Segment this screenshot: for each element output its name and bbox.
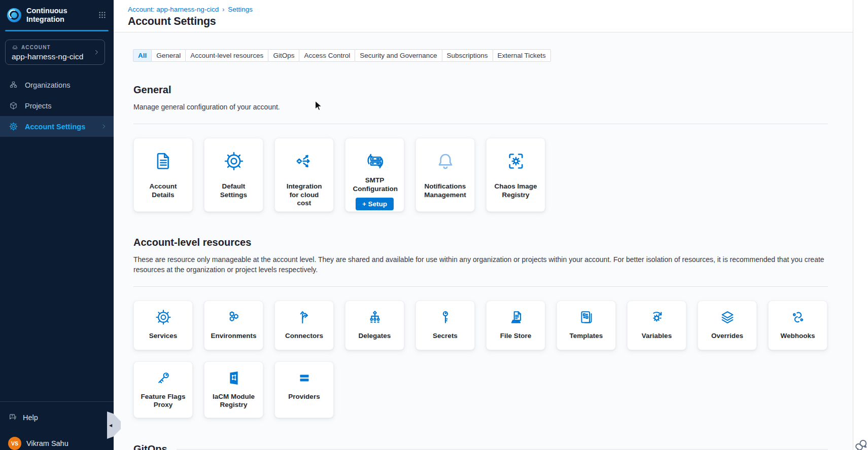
webhooks-icon bbox=[789, 309, 807, 326]
section-divider bbox=[133, 124, 828, 124]
card-providers[interactable]: Providers bbox=[274, 361, 334, 418]
card-delegates[interactable]: Delegates bbox=[345, 301, 404, 350]
module-accent-underline bbox=[5, 30, 109, 31]
section-divider bbox=[133, 286, 828, 287]
card-chaos-image-registry[interactable]: Chaos Image Registry bbox=[486, 138, 545, 212]
card-templates[interactable]: Templates bbox=[557, 301, 616, 350]
breadcrumb-link-account-app-harness-ng-cicd[interactable]: Account: app-harness-ng-cicd bbox=[128, 6, 219, 13]
card-smtp-configuration[interactable]: SMTP Configuration+ Setup bbox=[345, 138, 404, 212]
tabs-bar: AllGeneralAccount-level resourcesGitOpsA… bbox=[133, 49, 828, 62]
account-selector[interactable]: ACCOUNT app-harness-ng-cicd bbox=[5, 40, 105, 65]
chevron-right-icon bbox=[93, 49, 100, 56]
card-label: File Store bbox=[500, 332, 532, 341]
card-connectors[interactable]: Connectors bbox=[274, 301, 334, 350]
card-iacm-module-registry[interactable]: IaCM Module Registry bbox=[204, 361, 263, 418]
gitops-section: GitOps bbox=[133, 443, 828, 450]
help-button[interactable]: ? Help bbox=[8, 413, 38, 422]
card-account-details[interactable]: Account Details bbox=[133, 138, 193, 212]
card-label: IaCM Module Registry bbox=[211, 393, 257, 409]
right-panel-strip bbox=[853, 0, 868, 450]
card-label: Default Settings bbox=[212, 182, 256, 199]
settings-content: AllGeneralAccount-level resourcesGitOpsA… bbox=[114, 32, 853, 450]
sidebar-item-organizations[interactable]: Organizations bbox=[0, 74, 114, 95]
harness-logo-icon bbox=[7, 8, 21, 22]
page-header: Account: app-harness-ng-cicd›Settings Ac… bbox=[114, 0, 853, 32]
tab-security-and-governance[interactable]: Security and Governance bbox=[355, 49, 442, 62]
tab-account-level-resources[interactable]: Account-level resources bbox=[185, 49, 268, 62]
tab-gitops[interactable]: GitOps bbox=[268, 49, 299, 62]
sidebar-nav: OrganizationsProjectsAccount Settings bbox=[0, 74, 114, 137]
sidebar-item-projects[interactable]: Projects bbox=[0, 95, 114, 116]
card-default-settings[interactable]: Default Settings bbox=[204, 138, 263, 212]
card-webhooks[interactable]: Webhooks bbox=[768, 301, 827, 350]
card-label: Webhooks bbox=[780, 332, 815, 341]
card-feature-flags-proxy[interactable]: Feature Flags Proxy bbox=[133, 361, 193, 418]
gitops-divider bbox=[177, 449, 828, 449]
breadcrumb-separator-icon: › bbox=[222, 6, 224, 13]
tab-all[interactable]: All bbox=[133, 49, 152, 62]
help-chat-icon: ? bbox=[8, 413, 18, 422]
file-store-icon bbox=[507, 309, 525, 326]
sidebar-item-account-settings[interactable]: Account Settings bbox=[0, 116, 114, 137]
sidebar-item-label: Projects bbox=[25, 102, 51, 110]
module-registry-icon bbox=[225, 369, 242, 387]
card-label: Feature Flags Proxy bbox=[140, 393, 187, 409]
chat-bubbles-icon[interactable] bbox=[854, 437, 868, 450]
card-variables[interactable]: Variables bbox=[627, 301, 686, 350]
providers-icon bbox=[296, 369, 313, 387]
sidebar-header: Continuous Integration bbox=[0, 0, 114, 30]
sidebar-item-label: Organizations bbox=[25, 81, 70, 89]
card-label: Chaos Image Registry bbox=[494, 182, 538, 199]
user-name: Vikram Sahu bbox=[26, 439, 68, 447]
gear-icon bbox=[9, 122, 18, 131]
layers-icon bbox=[719, 309, 736, 326]
sidebar-item-label: Account Settings bbox=[25, 123, 85, 131]
delegates-icon bbox=[366, 309, 384, 326]
sidebar: Continuous Integration ACCOUNT app-harne… bbox=[0, 0, 114, 450]
tab-subscriptions[interactable]: Subscriptions bbox=[442, 49, 493, 62]
card-label: Connectors bbox=[285, 332, 323, 341]
user-menu[interactable]: VS Vikram Sahu bbox=[8, 437, 68, 450]
templates-icon bbox=[578, 309, 595, 326]
svg-text:?: ? bbox=[11, 415, 13, 418]
card-services[interactable]: Services bbox=[133, 301, 193, 350]
card-label: Environments bbox=[211, 332, 256, 341]
card-environments[interactable]: Environments bbox=[204, 301, 263, 350]
general-section-title: General bbox=[133, 84, 828, 96]
key-vertical-icon bbox=[437, 309, 454, 326]
card-label: Providers bbox=[288, 393, 320, 401]
org-chart-icon bbox=[9, 80, 18, 90]
general-cards-grid: Account DetailsDefault SettingsIntegrati… bbox=[133, 138, 828, 212]
card-label: Delegates bbox=[359, 332, 391, 341]
sidebar-divider bbox=[0, 401, 114, 402]
help-label: Help bbox=[23, 414, 38, 422]
collapse-arrow-icon: ◀ bbox=[109, 423, 112, 428]
tab-access-control[interactable]: Access Control bbox=[299, 49, 355, 62]
card-label: Account Details bbox=[142, 182, 185, 199]
general-section: General Manage general configuration of … bbox=[133, 84, 828, 212]
account-name: app-harness-ng-cicd bbox=[12, 52, 98, 61]
smtp-server-icon bbox=[364, 151, 386, 172]
card-label: Overrides bbox=[711, 332, 743, 341]
account-level-section-title: Account-level resources bbox=[133, 237, 828, 248]
chaos-registry-icon bbox=[505, 151, 527, 172]
card-label: Variables bbox=[642, 332, 672, 341]
account-scope-icon bbox=[12, 44, 18, 51]
card-overrides[interactable]: Overrides bbox=[698, 301, 757, 350]
card-secrets[interactable]: Secrets bbox=[415, 301, 475, 350]
breadcrumb-link-settings[interactable]: Settings bbox=[228, 6, 253, 13]
tab-general[interactable]: General bbox=[151, 49, 186, 62]
card-label: Services bbox=[149, 332, 178, 341]
split-arrows-icon bbox=[296, 309, 313, 326]
app-window: Continuous Integration ACCOUNT app-harne… bbox=[0, 0, 868, 450]
tab-external-tickets[interactable]: External Tickets bbox=[493, 49, 551, 62]
card-integration-for-cloud-cost[interactable]: Integration for cloud cost bbox=[274, 138, 334, 212]
avatar: VS bbox=[8, 437, 21, 450]
key-diagonal-icon bbox=[155, 369, 172, 387]
card-label: SMTP Configuration bbox=[353, 176, 397, 193]
apps-grid-icon[interactable] bbox=[98, 11, 107, 19]
smtp-configuration-setup-button[interactable]: + Setup bbox=[356, 198, 394, 210]
card-label: Notifications Management bbox=[424, 182, 467, 199]
card-file-store[interactable]: File Store bbox=[486, 301, 545, 350]
card-notifications-management[interactable]: Notifications Management bbox=[415, 138, 475, 212]
